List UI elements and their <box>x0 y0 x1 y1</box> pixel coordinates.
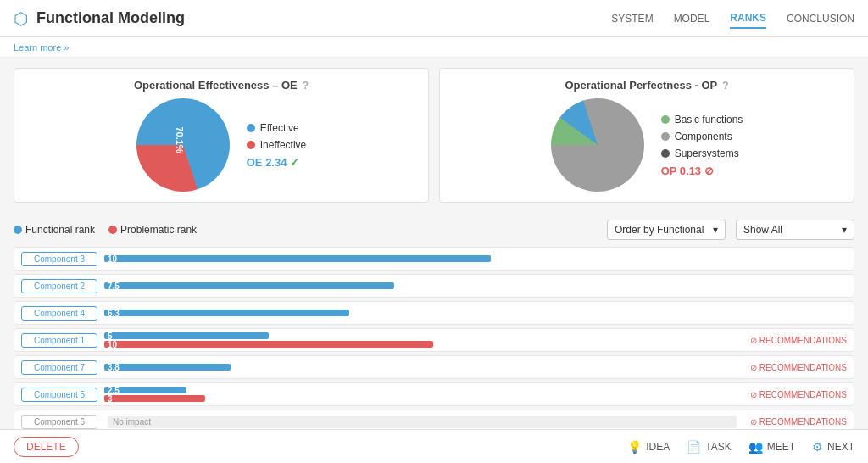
functional-rank-dot <box>14 226 22 234</box>
recommendation-icon-7: ⊘ <box>750 363 757 372</box>
footer-actions: 💡 IDEA 📄 TASK 👥 MEET ⚙ NEXT <box>627 440 854 454</box>
nav-system[interactable]: SYSTEM <box>611 9 653 28</box>
nav-model[interactable]: MODEL <box>674 9 710 28</box>
component-2-bars: 7.5 <box>104 282 847 289</box>
oe-value: OE 2.34 ✓ <box>247 156 306 169</box>
order-chevron-icon: ▾ <box>713 224 718 236</box>
ineffective-dot <box>247 141 255 149</box>
table-row: Component 2 7.5 <box>14 274 854 298</box>
op-legend-basic: Basic functions <box>661 114 743 126</box>
learn-more-link[interactable]: Learn more » <box>14 42 69 53</box>
task-button[interactable]: 📄 TASK <box>687 440 731 454</box>
table-row: Component 1 5 10 ⊘ RECOMMENDATIONS <box>14 328 854 352</box>
component-4-bars: 6.3 <box>104 310 847 316</box>
op-chart-card: Operational Perfectness - OP ? Basic fun… <box>439 68 854 203</box>
component-3-bars: 10 <box>104 255 847 262</box>
op-chart-title: Operational Perfectness - OP ? <box>453 79 840 92</box>
component-1-problematic-bar: 10 <box>104 341 433 348</box>
op-legend: Basic functions Components Supersystems … <box>661 114 743 177</box>
header-left: ⬡ Functional Modeling <box>14 8 185 29</box>
op-warn-icon: ⊘ <box>704 165 714 177</box>
component-6-recommendation[interactable]: ⊘ RECOMMENDATIONS <box>750 417 847 427</box>
component-5-functional-bar: 2.5 <box>104 387 186 393</box>
component-6-label[interactable]: Component 6 <box>21 415 97 429</box>
show-chevron-icon: ▾ <box>842 224 847 236</box>
oe-check-icon: ✓ <box>290 156 299 169</box>
oe-legend-ineffective: Ineffective <box>247 139 306 151</box>
footer: DELETE 💡 IDEA 📄 TASK 👥 MEET ⚙ NEXT <box>0 429 868 463</box>
logo-icon: ⬡ <box>14 8 28 29</box>
component-7-recommendation[interactable]: ⊘ RECOMMENDATIONS <box>750 363 847 372</box>
component-5-recommendation[interactable]: ⊘ RECOMMENDATIONS <box>750 390 847 399</box>
component-2-functional-bar: 7.5 <box>104 282 394 289</box>
idea-icon: 💡 <box>627 440 642 454</box>
component-1-bars: 5 10 <box>104 332 737 348</box>
component-1-functional-bar: 5 <box>104 332 269 339</box>
oe-legend: Effective Ineffective OE 2.34 ✓ <box>247 122 306 169</box>
dropdowns: Order by Functional ▾ Show All ▾ <box>607 220 854 240</box>
ranks-section: Functional rank Problematic rank Order b… <box>0 213 868 440</box>
idea-button[interactable]: 💡 IDEA <box>627 440 670 454</box>
nav-links: SYSTEM MODEL RANKS CONCLUSION <box>611 8 854 29</box>
problematic-rank-legend: Problematic rank <box>108 224 197 236</box>
component-1-label[interactable]: Component 1 <box>21 333 97 348</box>
component-7-functional-bar: 3.8 <box>104 364 231 371</box>
component-1-recommendation[interactable]: ⊘ RECOMMENDATIONS <box>750 336 847 345</box>
recommendation-icon: ⊘ <box>750 336 757 345</box>
oe-chart-card: Operational Effectiveness – OE ? 70.1% E… <box>14 68 429 203</box>
problematic-rank-dot <box>108 226 117 234</box>
op-legend-components: Components <box>661 131 743 142</box>
nav-ranks[interactable]: RANKS <box>730 8 766 29</box>
bars-list: Component 3 10 Component 2 7.5 Compo <box>14 247 854 433</box>
component-4-label[interactable]: Component 4 <box>21 306 97 321</box>
component-2-label[interactable]: Component 2 <box>21 279 97 293</box>
meet-icon: 👥 <box>748 440 763 454</box>
recommendation-icon-6: ⊘ <box>750 417 757 427</box>
op-chart-content: Basic functions Components Supersystems … <box>453 98 840 192</box>
oe-pie-chart <box>136 98 230 192</box>
component-5-problematic-bar: 3 <box>104 395 205 402</box>
header: ⬡ Functional Modeling SYSTEM MODEL RANKS… <box>0 0 868 37</box>
table-row: Component 4 6.3 <box>14 301 854 325</box>
component-5-bars: 2.5 3 <box>104 387 737 402</box>
op-value: OP 0.13 ⊘ <box>661 165 743 177</box>
next-icon: ⚙ <box>812 440 823 454</box>
functional-rank-legend: Functional rank <box>14 224 95 236</box>
oe-chart-title: Operational Effectiveness – OE ? <box>28 79 415 92</box>
app-title: Functional Modeling <box>36 9 185 27</box>
oe-info-icon[interactable]: ? <box>303 80 309 92</box>
component-6-bars: No impact <box>104 416 737 428</box>
show-dropdown[interactable]: Show All ▾ <box>736 220 854 240</box>
nav-conclusion[interactable]: CONCLUSION <box>787 9 854 28</box>
ranks-header: Functional rank Problematic rank Order b… <box>14 220 854 240</box>
table-row: Component 7 3.8 ⊘ RECOMMENDATIONS <box>14 355 854 379</box>
component-6-no-impact: No impact <box>108 416 737 428</box>
op-info-icon[interactable]: ? <box>722 80 728 92</box>
sub-header: Learn more » <box>0 37 868 58</box>
component-3-label[interactable]: Component 3 <box>21 252 97 266</box>
component-7-bars: 3.8 <box>104 364 737 371</box>
component-7-label[interactable]: Component 7 <box>21 360 97 375</box>
component-4-functional-bar: 6.3 <box>104 310 349 316</box>
op-legend-supersystems: Supersystems <box>661 148 743 159</box>
component-5-label[interactable]: Component 5 <box>21 388 97 402</box>
table-row: Component 3 10 <box>14 247 854 271</box>
recommendation-icon-5: ⊘ <box>750 390 757 399</box>
op-pie-chart <box>551 98 644 192</box>
charts-row: Operational Effectiveness – OE ? 70.1% E… <box>0 58 868 213</box>
order-dropdown[interactable]: Order by Functional ▾ <box>607 220 726 240</box>
table-row: Component 5 2.5 3 ⊘ RECOMMENDATIONS <box>14 382 854 406</box>
basic-functions-dot <box>661 115 670 124</box>
oe-legend-effective: Effective <box>247 122 306 134</box>
component-3-functional-bar: 10 <box>104 255 491 262</box>
task-icon: 📄 <box>687 440 701 454</box>
oe-chart-content: 70.1% Effective Ineffective OE 2.34 ✓ <box>28 98 415 192</box>
rank-legend: Functional rank Problematic rank <box>14 224 197 236</box>
meet-button[interactable]: 👥 MEET <box>748 440 795 454</box>
supersystems-dot <box>661 149 670 158</box>
effective-dot <box>247 124 255 132</box>
delete-button[interactable]: DELETE <box>14 437 79 457</box>
components-dot <box>661 132 670 141</box>
next-button[interactable]: ⚙ NEXT <box>812 440 854 454</box>
